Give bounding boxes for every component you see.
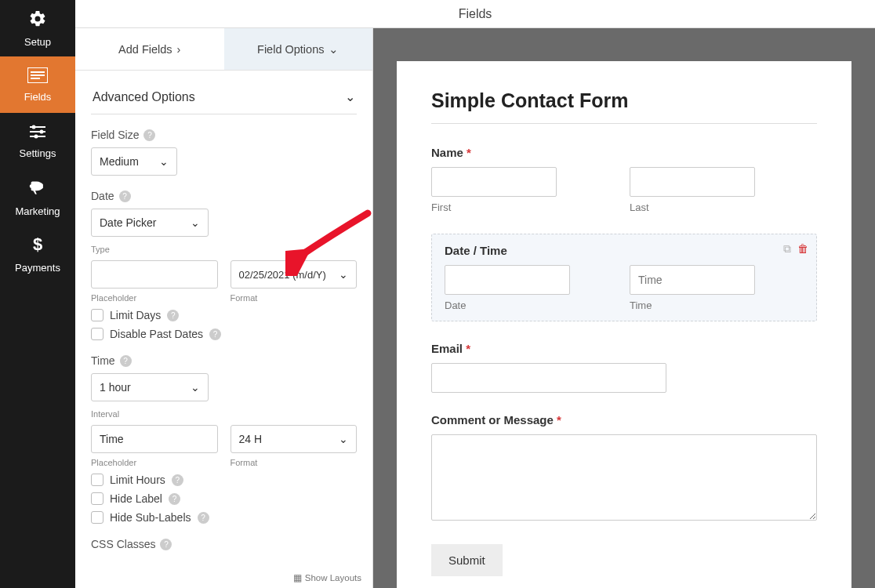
sub-label: Time [630, 299, 804, 311]
checkbox-label: Limit Hours [110, 474, 165, 486]
date-input[interactable] [445, 265, 570, 295]
sub-label: Date [445, 299, 619, 311]
checkbox-label: Disable Past Dates [110, 328, 203, 340]
field-size-select[interactable]: Medium ⌄ [91, 147, 177, 176]
time-format-select[interactable]: 24 H ⌄ [231, 425, 358, 453]
sub-label: First [431, 201, 619, 213]
field-comment[interactable]: Comment or Message * [431, 413, 817, 524]
gear-icon [28, 9, 47, 31]
nav-payments[interactable]: $ Payments [0, 226, 75, 282]
nav-fields[interactable]: Fields [0, 56, 75, 113]
checkbox-label: Limit Days [110, 309, 161, 321]
sub-label: Last [630, 201, 817, 213]
nav-label: Fields [24, 91, 52, 103]
sub-label: Placeholder [91, 458, 218, 467]
topbar-title: Fields [459, 7, 492, 21]
limit-days-checkbox[interactable]: Limit Days ? [91, 309, 357, 321]
field-label: Comment or Message * [431, 413, 817, 426]
nav-marketing[interactable]: Marketing [0, 169, 75, 226]
help-icon[interactable]: ? [120, 355, 132, 367]
checkbox-icon [91, 511, 103, 524]
label-text: Name [431, 146, 463, 159]
nav-label: Payments [15, 262, 60, 274]
svg-point-5 [32, 125, 36, 129]
comment-textarea[interactable] [431, 434, 817, 521]
svg-text:$: $ [33, 235, 42, 254]
limit-hours-checkbox[interactable]: Limit Hours ? [91, 474, 357, 486]
show-layouts-label: Show Layouts [305, 573, 361, 583]
label-text: Comment or Message [431, 413, 554, 426]
date-label: Date ? [91, 190, 357, 202]
label-text: Email [431, 342, 463, 355]
options-panel: Add Fields › Field Options ⌄ Advanced Op… [75, 28, 373, 588]
tab-add-fields[interactable]: Add Fields › [75, 28, 224, 71]
field-name[interactable]: Name * First Last [431, 146, 817, 213]
label-text: Field Size [91, 129, 139, 141]
delete-icon[interactable]: 🗑 [797, 242, 808, 256]
checkbox-icon [91, 474, 103, 486]
chevron-down-icon: ⌄ [329, 43, 339, 56]
form-preview: Simple Contact Form Name * First Last ⧉ … [397, 61, 851, 588]
field-date-time[interactable]: ⧉ 🗑 Date / Time Date Time [431, 234, 817, 321]
nav-rail: Setup Fields Settings Marketing $ Paymen… [0, 0, 75, 588]
label-text: Date [91, 190, 114, 202]
time-placeholder-input[interactable] [91, 425, 218, 453]
help-icon[interactable]: ? [198, 512, 209, 524]
chevron-down-icon: ⌄ [339, 268, 348, 281]
sub-label: Type [91, 245, 357, 254]
nav-settings[interactable]: Settings [0, 113, 75, 169]
help-icon[interactable]: ? [167, 310, 179, 321]
sub-label: Placeholder [91, 293, 218, 303]
bullhorn-icon [28, 179, 47, 201]
sub-label: Format [231, 293, 358, 303]
checkbox-icon [91, 309, 103, 321]
nav-label: Settings [20, 147, 56, 159]
duplicate-icon[interactable]: ⧉ [783, 242, 791, 256]
field-label: Email * [431, 342, 817, 355]
chevron-down-icon: ⌄ [191, 216, 200, 229]
date-type-select[interactable]: Date Picker ⌄ [91, 209, 209, 237]
form-title: Simple Contact Form [431, 89, 817, 112]
field-label: Name * [431, 146, 817, 159]
date-placeholder-input[interactable] [91, 260, 218, 289]
topbar: Fields [75, 0, 875, 28]
dollar-icon: $ [31, 235, 44, 257]
tab-field-options[interactable]: Field Options ⌄ [224, 28, 373, 71]
select-value: 24 H [239, 433, 263, 445]
checkbox-label: Hide Label [110, 492, 162, 505]
help-icon[interactable]: ? [119, 191, 131, 202]
time-input[interactable] [630, 265, 755, 295]
name-first-input[interactable] [431, 167, 557, 197]
time-interval-select[interactable]: 1 hour ⌄ [91, 373, 209, 401]
date-format-select[interactable]: 02/25/2021 (m/d/Y) ⌄ [231, 260, 358, 289]
help-icon[interactable]: ? [169, 493, 180, 505]
chevron-down-icon: ⌄ [339, 433, 348, 445]
checkbox-label: Hide Sub-Labels [110, 511, 191, 524]
disable-past-dates-checkbox[interactable]: Disable Past Dates ? [91, 328, 357, 340]
field-email[interactable]: Email * [431, 342, 817, 393]
hide-label-checkbox[interactable]: Hide Label ? [91, 492, 357, 505]
section-title: Advanced Options [93, 90, 195, 104]
email-input[interactable] [431, 363, 666, 393]
chevron-right-icon: › [177, 43, 181, 56]
required-star: * [463, 146, 471, 159]
chevron-down-icon: ⌄ [191, 381, 200, 394]
show-layouts-button[interactable]: ▦ Show Layouts [293, 572, 361, 583]
preview-area: Simple Contact Form Name * First Last ⧉ … [373, 28, 875, 588]
css-classes-label: CSS Classes ? [91, 538, 357, 550]
select-value: Date Picker [100, 216, 156, 229]
field-size-label: Field Size ? [91, 129, 357, 141]
submit-button[interactable]: Submit [431, 544, 503, 576]
help-icon[interactable]: ? [209, 328, 221, 340]
name-last-input[interactable] [630, 167, 755, 197]
form-icon [27, 67, 48, 86]
hide-sublabels-checkbox[interactable]: Hide Sub-Labels ? [91, 511, 357, 524]
help-icon[interactable]: ? [160, 539, 172, 550]
nav-setup[interactable]: Setup [0, 0, 75, 56]
tab-label: Field Options [257, 43, 324, 56]
tab-label: Add Fields [118, 43, 172, 56]
sliders-icon [28, 124, 47, 143]
advanced-options-header[interactable]: Advanced Options ⌄ [91, 80, 357, 114]
help-icon[interactable]: ? [172, 474, 183, 486]
help-icon[interactable]: ? [143, 129, 155, 141]
